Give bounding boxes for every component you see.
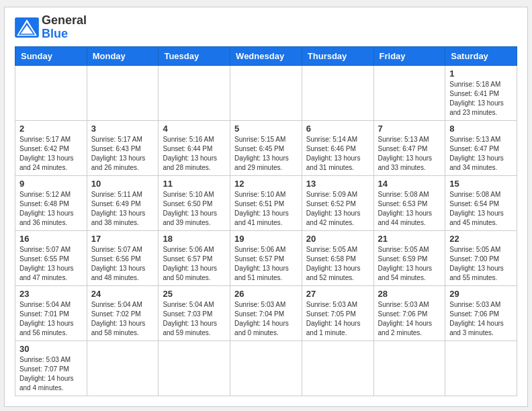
calendar-cell: 29Sunrise: 5:03 AMSunset: 7:06 PMDayligh… <box>445 285 517 340</box>
calendar-cell: 1Sunrise: 5:18 AMSunset: 6:41 PMDaylight… <box>445 65 517 120</box>
calendar-cell: 18Sunrise: 5:06 AMSunset: 6:57 PMDayligh… <box>159 230 230 285</box>
day-number: 16 <box>19 234 83 244</box>
calendar-cell: 15Sunrise: 5:08 AMSunset: 6:54 PMDayligh… <box>445 175 517 230</box>
day-info: Sunrise: 5:04 AMSunset: 7:01 PMDaylight:… <box>19 300 83 338</box>
day-info: Sunrise: 5:04 AMSunset: 7:02 PMDaylight:… <box>91 300 154 338</box>
day-number: 25 <box>163 289 226 299</box>
calendar-cell: 16Sunrise: 5:07 AMSunset: 6:55 PMDayligh… <box>15 230 87 285</box>
calendar-container: General Blue SundayMondayTuesdayWednesda… <box>4 7 528 407</box>
calendar-cell: 21Sunrise: 5:05 AMSunset: 6:59 PMDayligh… <box>373 230 445 285</box>
day-number: 29 <box>449 289 513 299</box>
calendar-cell: 3Sunrise: 5:17 AMSunset: 6:43 PMDaylight… <box>87 120 159 175</box>
day-info: Sunrise: 5:06 AMSunset: 6:57 PMDaylight:… <box>234 245 298 283</box>
day-number: 30 <box>19 344 83 354</box>
calendar-cell <box>87 65 159 120</box>
calendar-cell <box>445 340 517 396</box>
calendar-cell: 4Sunrise: 5:16 AMSunset: 6:44 PMDaylight… <box>159 120 230 175</box>
calendar-week-row-2: 9Sunrise: 5:12 AMSunset: 6:48 PMDaylight… <box>15 175 517 230</box>
day-number: 21 <box>378 234 441 244</box>
calendar-week-row-4: 23Sunrise: 5:04 AMSunset: 7:01 PMDayligh… <box>15 285 517 340</box>
calendar-cell: 8Sunrise: 5:13 AMSunset: 6:47 PMDaylight… <box>445 120 517 175</box>
day-info: Sunrise: 5:18 AMSunset: 6:41 PMDaylight:… <box>449 80 513 118</box>
calendar-cell: 17Sunrise: 5:07 AMSunset: 6:56 PMDayligh… <box>87 230 159 285</box>
day-number: 17 <box>91 234 154 244</box>
weekday-friday: Friday <box>373 46 445 65</box>
day-info: Sunrise: 5:17 AMSunset: 6:42 PMDaylight:… <box>19 135 83 173</box>
day-number: 18 <box>163 234 226 244</box>
calendar-week-row-3: 16Sunrise: 5:07 AMSunset: 6:55 PMDayligh… <box>15 230 517 285</box>
weekday-monday: Monday <box>87 46 159 65</box>
day-number: 6 <box>306 124 369 134</box>
calendar-cell: 6Sunrise: 5:14 AMSunset: 6:46 PMDaylight… <box>302 120 373 175</box>
day-number: 22 <box>449 234 513 244</box>
day-number: 4 <box>163 124 226 134</box>
weekday-header-row: SundayMondayTuesdayWednesdayThursdayFrid… <box>15 46 517 65</box>
weekday-thursday: Thursday <box>302 46 373 65</box>
day-info: Sunrise: 5:15 AMSunset: 6:45 PMDaylight:… <box>234 135 298 173</box>
calendar-cell: 2Sunrise: 5:17 AMSunset: 6:42 PMDaylight… <box>15 120 87 175</box>
day-info: Sunrise: 5:04 AMSunset: 7:03 PMDaylight:… <box>163 300 226 338</box>
day-number: 14 <box>378 179 441 189</box>
day-info: Sunrise: 5:07 AMSunset: 6:56 PMDaylight:… <box>91 245 154 283</box>
calendar-cell <box>230 65 302 120</box>
calendar-cell: 22Sunrise: 5:05 AMSunset: 7:00 PMDayligh… <box>445 230 517 285</box>
calendar-cell: 25Sunrise: 5:04 AMSunset: 7:03 PMDayligh… <box>159 285 230 340</box>
day-number: 27 <box>306 289 369 299</box>
calendar-cell <box>373 340 445 396</box>
calendar-cell <box>87 340 159 396</box>
day-info: Sunrise: 5:03 AMSunset: 7:04 PMDaylight:… <box>234 300 298 338</box>
logo: General Blue <box>15 14 87 41</box>
day-number: 23 <box>19 289 83 299</box>
day-info: Sunrise: 5:17 AMSunset: 6:43 PMDaylight:… <box>91 135 154 173</box>
calendar-week-row-1: 2Sunrise: 5:17 AMSunset: 6:42 PMDaylight… <box>15 120 517 175</box>
calendar-cell: 30Sunrise: 5:03 AMSunset: 7:07 PMDayligh… <box>15 340 87 396</box>
day-info: Sunrise: 5:13 AMSunset: 6:47 PMDaylight:… <box>378 135 441 173</box>
day-number: 24 <box>91 289 154 299</box>
calendar-cell: 5Sunrise: 5:15 AMSunset: 6:45 PMDaylight… <box>230 120 302 175</box>
calendar-cell: 20Sunrise: 5:05 AMSunset: 6:58 PMDayligh… <box>302 230 373 285</box>
day-info: Sunrise: 5:08 AMSunset: 6:53 PMDaylight:… <box>378 190 441 228</box>
day-info: Sunrise: 5:14 AMSunset: 6:46 PMDaylight:… <box>306 135 369 173</box>
calendar-cell <box>373 65 445 120</box>
generalblue-logo-icon <box>15 17 39 38</box>
calendar-cell: 27Sunrise: 5:03 AMSunset: 7:05 PMDayligh… <box>302 285 373 340</box>
calendar-cell: 10Sunrise: 5:11 AMSunset: 6:49 PMDayligh… <box>87 175 159 230</box>
day-info: Sunrise: 5:10 AMSunset: 6:51 PMDaylight:… <box>234 190 298 228</box>
day-number: 1 <box>449 68 513 79</box>
day-number: 5 <box>234 124 298 134</box>
header: General Blue <box>15 14 517 41</box>
weekday-saturday: Saturday <box>445 46 517 65</box>
day-info: Sunrise: 5:08 AMSunset: 6:54 PMDaylight:… <box>449 190 513 228</box>
calendar-cell: 12Sunrise: 5:10 AMSunset: 6:51 PMDayligh… <box>230 175 302 230</box>
calendar-cell <box>302 340 373 396</box>
calendar-week-row-0: 1Sunrise: 5:18 AMSunset: 6:41 PMDaylight… <box>15 65 517 120</box>
day-info: Sunrise: 5:05 AMSunset: 6:59 PMDaylight:… <box>378 245 441 283</box>
day-info: Sunrise: 5:03 AMSunset: 7:05 PMDaylight:… <box>306 300 369 338</box>
calendar-cell: 9Sunrise: 5:12 AMSunset: 6:48 PMDaylight… <box>15 175 87 230</box>
day-number: 2 <box>19 124 83 134</box>
day-info: Sunrise: 5:03 AMSunset: 7:06 PMDaylight:… <box>449 300 513 338</box>
day-number: 7 <box>378 124 441 134</box>
day-info: Sunrise: 5:06 AMSunset: 6:57 PMDaylight:… <box>163 245 226 283</box>
calendar-cell: 14Sunrise: 5:08 AMSunset: 6:53 PMDayligh… <box>373 175 445 230</box>
calendar-cell <box>159 340 230 396</box>
calendar-week-row-5: 30Sunrise: 5:03 AMSunset: 7:07 PMDayligh… <box>15 340 517 396</box>
weekday-sunday: Sunday <box>15 46 87 65</box>
day-info: Sunrise: 5:03 AMSunset: 7:06 PMDaylight:… <box>378 300 441 338</box>
calendar-cell: 24Sunrise: 5:04 AMSunset: 7:02 PMDayligh… <box>87 285 159 340</box>
calendar-cell <box>159 65 230 120</box>
day-info: Sunrise: 5:10 AMSunset: 6:50 PMDaylight:… <box>163 190 226 228</box>
day-info: Sunrise: 5:11 AMSunset: 6:49 PMDaylight:… <box>91 190 154 228</box>
calendar-cell: 26Sunrise: 5:03 AMSunset: 7:04 PMDayligh… <box>230 285 302 340</box>
day-number: 13 <box>306 179 369 189</box>
day-number: 3 <box>91 124 154 134</box>
day-number: 8 <box>449 124 513 134</box>
day-number: 12 <box>234 179 298 189</box>
day-number: 19 <box>234 234 298 244</box>
day-info: Sunrise: 5:13 AMSunset: 6:47 PMDaylight:… <box>449 135 513 173</box>
day-number: 20 <box>306 234 369 244</box>
day-info: Sunrise: 5:03 AMSunset: 7:07 PMDaylight:… <box>19 355 83 393</box>
calendar-table: SundayMondayTuesdayWednesdayThursdayFrid… <box>15 46 517 396</box>
day-number: 28 <box>378 289 441 299</box>
day-info: Sunrise: 5:05 AMSunset: 7:00 PMDaylight:… <box>449 245 513 283</box>
